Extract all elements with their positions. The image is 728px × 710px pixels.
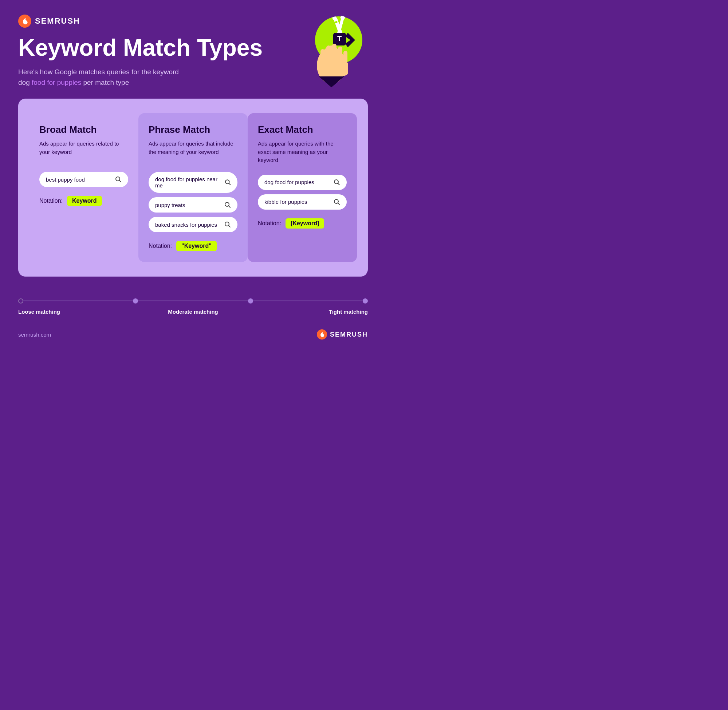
- broad-notation: Notation: Keyword: [39, 196, 128, 206]
- timeline-dot-loose: [133, 298, 138, 304]
- phrase-search-text-2: puppy treats: [155, 202, 185, 208]
- broad-title: Broad Match: [39, 124, 128, 135]
- search-icon-exact-2: [334, 199, 340, 205]
- header-left: SEMRUSH Keyword Match Types Here's how G…: [18, 15, 263, 88]
- svg-text:T: T: [337, 35, 341, 43]
- search-icon-broad-1: [115, 176, 122, 183]
- phrase-desc: Ads appear for queries that include the …: [149, 140, 237, 161]
- footer-logo-text: SEMRUSH: [330, 331, 368, 339]
- timeline-dot-start: [18, 298, 23, 304]
- timeline-label-moderate: Moderate matching: [135, 309, 251, 315]
- timeline-dot-moderate: [248, 298, 253, 304]
- footer-logo: SEMRUSH: [317, 329, 368, 340]
- col-exact: Exact Match Ads appear for queries with …: [248, 113, 357, 262]
- exact-desc: Ads appear for queries with the exact sa…: [258, 140, 347, 164]
- timeline-dots: [18, 298, 368, 304]
- exact-search-text-2: kibble for puppies: [265, 199, 307, 205]
- svg-rect-16: [338, 47, 342, 62]
- phrase-search-text-3: baked snacks for puppies: [155, 222, 217, 228]
- exact-search-text-1: dog food for puppies: [265, 179, 314, 185]
- broad-search-text-1: best puppy food: [46, 176, 85, 183]
- timeline-label-loose: Loose matching: [18, 309, 135, 315]
- col-phrase: Phrase Match Ads appear for queries that…: [138, 113, 248, 262]
- search-icon-phrase-2: [224, 202, 231, 208]
- timeline-dot-tight: [363, 298, 368, 304]
- semrush-logo-icon: [18, 15, 31, 28]
- broad-notation-label: Notation:: [39, 198, 63, 204]
- search-icon-phrase-1: [225, 179, 231, 186]
- phrase-search-3: baked snacks for puppies: [149, 217, 237, 232]
- exact-notation-label: Notation:: [258, 220, 281, 227]
- footer-logo-icon: [317, 329, 327, 340]
- phrase-title: Phrase Match: [149, 124, 237, 135]
- exact-search-2: kibble for puppies: [258, 194, 347, 210]
- timeline-track: [18, 298, 368, 304]
- phrase-notation: Notation: "Keyword": [149, 241, 237, 251]
- phrase-search-1: dog food for puppies near me: [149, 172, 237, 193]
- search-icon-exact-1: [334, 179, 340, 186]
- svg-rect-17: [343, 51, 347, 63]
- svg-line-20: [119, 180, 121, 182]
- broad-notation-badge: Keyword: [67, 196, 102, 206]
- svg-line-30: [338, 203, 340, 204]
- exact-search-1: dog food for puppies: [258, 175, 347, 190]
- timeline-labels: Loose matching Moderate matching Tight m…: [18, 309, 368, 315]
- svg-line-22: [229, 183, 230, 185]
- svg-line-28: [338, 183, 340, 185]
- col-broad: Broad Match Ads appear for queries relat…: [29, 113, 138, 262]
- columns-container: Broad Match Ads appear for queries relat…: [29, 113, 357, 262]
- logo-text: SEMRUSH: [35, 16, 80, 26]
- subtitle-highlight: food for puppies: [32, 79, 81, 86]
- phrase-search-text-1: dog food for puppies near me: [155, 176, 225, 189]
- header-illustration: T: [291, 11, 368, 87]
- phrase-notation-badge: "Keyword": [176, 241, 217, 251]
- timeline-section: Loose matching Moderate matching Tight m…: [18, 291, 368, 318]
- search-icon-phrase-3: [224, 221, 231, 228]
- exact-notation-badge: [Keyword]: [285, 219, 324, 229]
- phrase-search-2: puppy treats: [149, 197, 237, 213]
- svg-rect-15: [332, 44, 337, 62]
- broad-desc: Ads appear for queries related to your k…: [39, 140, 128, 161]
- svg-rect-13: [321, 49, 325, 62]
- footer: semrush.com SEMRUSH: [18, 329, 368, 340]
- exact-title: Exact Match: [258, 124, 347, 135]
- header: SEMRUSH Keyword Match Types Here's how G…: [18, 15, 368, 88]
- footer-url: semrush.com: [18, 332, 51, 338]
- svg-line-24: [229, 206, 231, 208]
- subtitle: Here's how Google matches queries for th…: [18, 67, 263, 88]
- svg-line-26: [229, 226, 231, 227]
- svg-rect-18: [320, 61, 348, 76]
- logo: SEMRUSH: [18, 15, 263, 28]
- page-title: Keyword Match Types: [18, 35, 263, 60]
- svg-rect-14: [326, 45, 331, 62]
- svg-marker-12: [319, 76, 344, 87]
- illustration-svg: T: [291, 11, 368, 87]
- broad-search-1: best puppy food: [39, 172, 128, 187]
- phrase-notation-label: Notation:: [149, 243, 172, 249]
- exact-notation: Notation: [Keyword]: [258, 219, 347, 229]
- timeline-label-tight: Tight matching: [251, 309, 368, 315]
- main-card: Broad Match Ads appear for queries relat…: [18, 98, 368, 277]
